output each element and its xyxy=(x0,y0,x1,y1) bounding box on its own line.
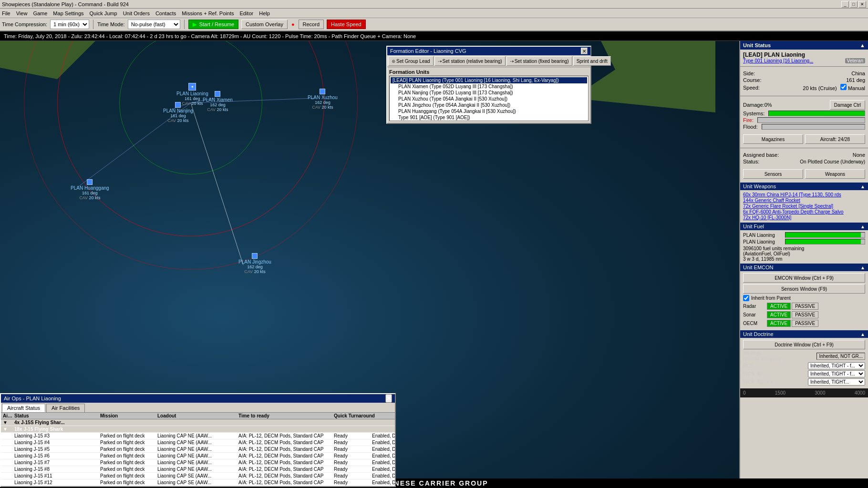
menu-help[interactable]: Help xyxy=(259,10,270,16)
ao-aircraft-row-7[interactable]: Liaoning J-15 #7 Parked on flight deck L… xyxy=(1,459,395,466)
ao-aircraft-row-11[interactable]: Liaoning J-15 #11 Parked on flight deck … xyxy=(1,473,395,479)
group-expand-1[interactable]: ▼ xyxy=(2,420,13,425)
haste-button[interactable]: Haste Speed xyxy=(327,20,366,29)
doctrine-strategic-value: Inherited, NOT GR... xyxy=(816,353,865,360)
us-emcon-title[interactable]: Unit EMCON ▲ xyxy=(740,264,868,271)
aircraft-turnaround-4: Enabled, Day/Night: 0 / 2 sorties, 0 / 4… xyxy=(371,440,395,445)
group-row-1[interactable]: ▼ 4x J-15S Flying Shar... xyxy=(1,419,395,426)
tree-item-1[interactable]: PLAN Xiamen (Type 052D Luyang III [173 C… xyxy=(391,83,587,90)
us-fuel-title[interactable]: Unit Fuel ▲ xyxy=(740,223,868,230)
record-button[interactable]: Record xyxy=(299,20,324,29)
menu-game[interactable]: Game xyxy=(33,10,47,16)
us-weapons-title[interactable]: Unit Weapons ▲ xyxy=(740,183,868,190)
emcon-sonar-active[interactable]: ACTIVE xyxy=(767,311,791,318)
damage-ctrl-button[interactable]: Damage Ctrl xyxy=(830,100,865,110)
tab-aircraft-status[interactable]: Aircraft Status xyxy=(2,404,45,412)
doctrine-roe-select[interactable]: Inherited, TIGHT - f... xyxy=(808,362,865,369)
ao-aircraft-row-12[interactable]: Liaoning J-15 #12 Parked on flight deck … xyxy=(1,479,395,486)
aircraft-name-8[interactable]: Liaoning J-15 #8 xyxy=(13,467,99,472)
aircraft-name-11[interactable]: Liaoning J-15 #11 xyxy=(13,473,99,478)
inherit-checkbox[interactable] xyxy=(743,295,749,301)
tab-air-facilities[interactable]: Air Facilities xyxy=(46,404,85,412)
weapon-link-1[interactable]: 144x Generic Chaff Rocket xyxy=(743,198,865,203)
aircraft-name-5[interactable]: Liaoning J-15 #5 xyxy=(13,447,99,452)
tree-item-5[interactable]: PLAN Huanggang (Type 054A Jiangkai II [5… xyxy=(391,108,587,114)
us-panel-collapse[interactable]: ▲ xyxy=(860,42,865,48)
group-row-2[interactable]: ▼ 18x J-15 Flying Shark xyxy=(1,426,395,433)
ao-close-button[interactable]: ✕ xyxy=(385,394,392,403)
set-group-lead-button[interactable]: ⊕ Set Group Lead xyxy=(388,56,434,66)
weapon-link-3[interactable]: 6x FQF-6000 Anti-Torpedo Depth Charge Sa… xyxy=(743,209,865,214)
aircraft-loadout-12: A/A: PL-12, DECM Pods, Standard CAP xyxy=(238,480,333,485)
emcon-sonar-passive[interactable]: PASSIVE xyxy=(792,311,818,318)
minimize-btn[interactable]: _ xyxy=(841,1,849,8)
weapon-link-0[interactable]: 60x 30mm China H/PJ-14 [Type 1130, 500 r… xyxy=(743,192,865,197)
ao-aircraft-row-5[interactable]: Liaoning J-15 #5 Parked on flight deck L… xyxy=(1,446,395,453)
sensors-window-button[interactable]: Sensors Window (F9) xyxy=(743,284,865,294)
ao-table-body[interactable]: ▼ 4x J-15S Flying Shar... ▼ 18x J-15 Fly… xyxy=(1,419,395,486)
menu-missions[interactable]: Missions + Ref. Points xyxy=(182,10,234,16)
aircraft-name-4[interactable]: Liaoning J-15 #4 xyxy=(13,440,99,445)
emcon-radar-passive[interactable]: PASSIVE xyxy=(792,303,818,310)
ao-aircraft-row-6[interactable]: Liaoning J-15 #6 Parked on flight deck L… xyxy=(1,453,395,459)
aircraft-button[interactable]: Aircraft: 24/28 xyxy=(805,134,865,144)
fe-titlebar: Formation Editor - Liaoning CVG ✕ xyxy=(387,47,590,55)
weapons-button[interactable]: Weapons xyxy=(805,169,865,179)
menu-file[interactable]: File xyxy=(2,10,10,16)
ao-aircraft-row-8[interactable]: Liaoning J-15 #8 Parked on flight deck L… xyxy=(1,466,395,473)
map-area[interactable]: ✦ PLAN Liaoning 161 deg CAV 20 kts PLAN … xyxy=(0,41,739,488)
group-label-1: 4x J-15S Flying Shar... xyxy=(13,420,395,425)
menu-editor[interactable]: Editor xyxy=(239,10,253,16)
menu-map-settings[interactable]: Map Settings xyxy=(53,10,83,16)
aircraft-name-3[interactable]: Liaoning J-15 #3 xyxy=(13,433,99,438)
group-expand-2[interactable]: ▼ xyxy=(2,427,13,432)
aircraft-name-6[interactable]: Liaoning J-15 #6 xyxy=(13,453,99,458)
set-station-fixed-button[interactable]: ⇢ Set station (fixed bearing) xyxy=(506,56,572,66)
menu-quick-jump[interactable]: Quick Jump xyxy=(90,10,117,16)
sprint-drift-button[interactable]: Sprint and drift xyxy=(573,56,611,66)
fe-tree[interactable]: [LEAD] PLAN Liaoning (Type 001 Liaoning … xyxy=(389,76,589,121)
fe-close-button[interactable]: ✕ xyxy=(581,48,588,54)
us-assigned-label: Assigned base: xyxy=(743,152,779,158)
tree-item-4[interactable]: PLAN Jingzhou (Type 054A Jiangkai II [53… xyxy=(391,102,587,108)
maximize-btn[interactable]: □ xyxy=(850,1,858,8)
sensors-button[interactable]: Sensors xyxy=(743,169,803,179)
unit-huanggang[interactable]: PLAN Huanggang 161 deg CAV 20 kts xyxy=(71,179,109,200)
us-damage-value: 0% xyxy=(765,102,772,108)
set-station-relative-button[interactable]: ⇢ Set station (relative bearing) xyxy=(434,56,506,66)
time-compression-select[interactable]: 1 min (60x) xyxy=(50,20,89,29)
custom-overlay-button[interactable]: Custom Overlay xyxy=(241,20,288,29)
magazines-button[interactable]: Magazines xyxy=(743,134,803,144)
unit-nanjing[interactable]: PLAN Nanjing 161 deg CAV 20 kts xyxy=(163,102,193,123)
ao-aircraft-row-4[interactable]: Liaoning J-15 #4 Parked on flight deck L… xyxy=(1,439,395,446)
us-doctrine-title[interactable]: Unit Doctrine ▲ xyxy=(740,330,868,338)
time-mode-select[interactable]: No-pulse (fast) xyxy=(128,20,180,29)
tree-item-0[interactable]: [LEAD] PLAN Liaoning (Type 001 Liaoning … xyxy=(391,77,587,83)
emcon-window-button[interactable]: EMCON Window (Ctrl + F9) xyxy=(743,273,865,283)
emcon-oecm-passive[interactable]: PASSIVE xyxy=(792,320,818,327)
us-manual-checkbox[interactable] xyxy=(840,84,847,90)
weapon-link-4[interactable]: 72x HQ-10 [FL-3000N] xyxy=(743,215,865,220)
tree-item-3[interactable]: PLAN Xuzhou (Type 054A Jiangkai II [530 … xyxy=(391,96,587,102)
menu-view[interactable]: View xyxy=(16,10,28,16)
aircraft-name-12[interactable]: Liaoning J-15 #12 xyxy=(13,480,99,485)
unit-xiamen[interactable]: PLAN Xiamen 162 deg CAV 20 kts xyxy=(203,91,233,112)
close-btn[interactable]: ✕ xyxy=(858,1,866,8)
ao-aircraft-row-3[interactable]: Liaoning J-15 #3 Parked on flight deck L… xyxy=(1,433,395,439)
us-type-link[interactable]: Type 001 Liaoning [16 Liaoning... xyxy=(743,58,813,63)
doctrine-window-button[interactable]: Doctrine Window (Ctrl + F9) xyxy=(743,340,865,349)
unit-xuzhou[interactable]: PLAN Xuzhou 162 deg CAV 20 kts xyxy=(308,89,338,110)
col-header-status: Status xyxy=(13,413,99,418)
menu-unit-orders[interactable]: Unit Orders xyxy=(123,10,150,16)
aircraft-name-7[interactable]: Liaoning J-15 #7 xyxy=(13,460,99,465)
tree-item-2[interactable]: PLAN Nanjing (Type 052D Luyang III [173 … xyxy=(391,90,587,96)
doctrine-wcs-surface-select[interactable]: Inherited, TIGHT... xyxy=(808,378,865,386)
emcon-oecm-active[interactable]: ACTIVE xyxy=(767,320,791,327)
weapon-link-2[interactable]: 72x Generic Flare Rocket [Single Spectra… xyxy=(743,203,865,209)
unit-jingzhou[interactable]: PLAN Jingzhou 162 deg CAV 20 kts xyxy=(238,253,271,274)
doctrine-wcs-air-select[interactable]: Inherited, TIGHT - f... xyxy=(808,370,865,377)
emcon-radar-active[interactable]: ACTIVE xyxy=(767,303,791,310)
start-resume-button[interactable]: ▶ Start / Resume xyxy=(188,20,238,29)
tree-item-6[interactable]: Type 901 [AOE] (Type 901 [AOE]) xyxy=(391,114,587,121)
menu-contacts[interactable]: Contacts xyxy=(155,10,176,16)
